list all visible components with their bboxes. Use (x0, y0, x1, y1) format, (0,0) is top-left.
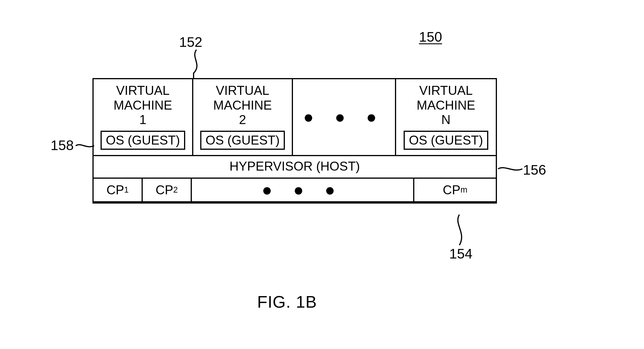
cp-ellipsis: ● ● ● (192, 179, 414, 201)
hypervisor-row: HYPERVISOR (HOST) (94, 155, 496, 178)
vm-title-l1: VIRTUAL (116, 83, 170, 97)
lead-154 (451, 214, 468, 247)
cp-cell-1: CP1 (94, 179, 143, 201)
vm-index: N (441, 112, 451, 127)
ref-figure: 150 (419, 29, 442, 45)
os-guest-box: OS (GUEST) (200, 131, 285, 150)
cp-sub: 1 (124, 185, 129, 195)
vm-cell-2: VIRTUAL MACHINE 2 OS (GUEST) (193, 79, 293, 155)
lead-156 (498, 165, 524, 173)
vm-title-l2: MACHINE (417, 98, 475, 112)
lead-152 (185, 49, 202, 80)
os-guest-box: OS (GUEST) (101, 131, 185, 150)
figure-caption: FIG. 1B (257, 292, 317, 311)
vm-cell-1: VIRTUAL MACHINE 1 OS (GUEST) (94, 79, 193, 155)
cp-sub: 2 (173, 185, 178, 195)
cp-cell-2: CP2 (143, 179, 192, 201)
ref-cp-row: 154 (449, 246, 472, 262)
vm-index: 2 (239, 112, 246, 127)
cp-base: CP (443, 183, 461, 197)
ref-vm-row: 152 (179, 34, 202, 50)
vm-title-l2: MACHINE (114, 98, 172, 112)
vm-row: VIRTUAL MACHINE 1 OS (GUEST) VIRTUAL MAC… (94, 79, 496, 155)
vm-ellipsis: ● ● ● (293, 79, 396, 155)
cp-base: CP (155, 183, 173, 197)
cp-base: CP (106, 183, 124, 197)
cp-sub: m (461, 185, 467, 195)
os-guest-box: OS (GUEST) (404, 131, 488, 150)
cp-cell-m: CPm (414, 179, 496, 201)
ellipsis-dots: ● ● ● (303, 107, 385, 127)
vm-title: VIRTUAL MACHINE N (417, 83, 475, 127)
vm-cell-n: VIRTUAL MACHINE N OS (GUEST) (396, 79, 496, 155)
figure-canvas: 150 152 158 156 154 VIRTUAL MACHINE 1 OS… (0, 0, 644, 349)
vm-title-l1: VIRTUAL (216, 83, 269, 97)
ellipsis-dots: ● ● ● (262, 180, 343, 200)
main-diagram: VIRTUAL MACHINE 1 OS (GUEST) VIRTUAL MAC… (92, 78, 497, 204)
vm-title: VIRTUAL MACHINE 2 (213, 83, 272, 127)
vm-title: VIRTUAL MACHINE 1 (114, 83, 172, 127)
vm-title-l1: VIRTUAL (419, 83, 473, 97)
cp-row: CP1 CP2 ● ● ● CPm (94, 178, 496, 201)
ref-os-guest: 158 (51, 137, 74, 153)
ref-hypervisor: 156 (523, 162, 546, 178)
vm-title-l2: MACHINE (213, 98, 272, 112)
vm-index: 1 (139, 112, 146, 127)
